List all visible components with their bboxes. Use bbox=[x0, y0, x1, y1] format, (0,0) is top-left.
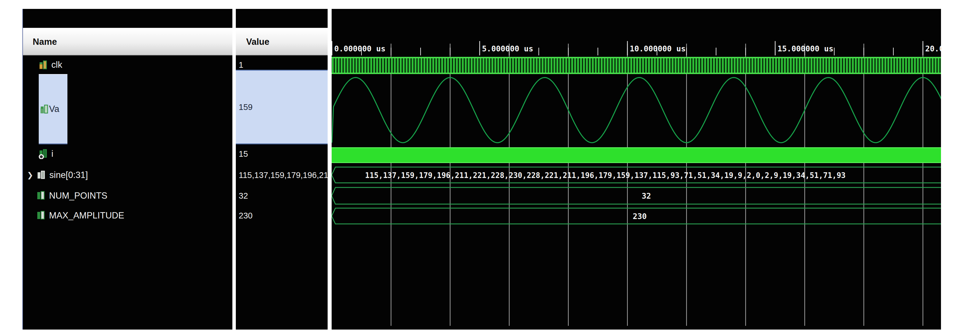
time-label: 5.000000 us bbox=[482, 44, 533, 53]
i-waveform bbox=[332, 147, 941, 163]
signal-row-num-points[interactable]: NUM_POINTS bbox=[23, 188, 232, 204]
signal-value: 15 bbox=[239, 149, 248, 159]
signal-name-panel: Name clk bbox=[23, 9, 232, 330]
signal-name-label: clk bbox=[51, 60, 62, 70]
clk-waveform bbox=[332, 57, 941, 74]
signal-value: 159 bbox=[239, 102, 253, 112]
value-cell-i[interactable]: 15 bbox=[239, 145, 328, 162]
name-column-label: Name bbox=[33, 37, 57, 47]
signal-value: 230 bbox=[239, 211, 253, 220]
bus-max-amplitude: 230 bbox=[332, 208, 941, 224]
constant-signal-icon bbox=[37, 210, 46, 221]
bus-value-label: 32 bbox=[642, 191, 651, 201]
output-signal-icon bbox=[39, 149, 48, 159]
signal-name-label: i bbox=[51, 149, 53, 159]
waveform-viewer-page: Name clk bbox=[0, 0, 980, 333]
value-cell-va-selection[interactable]: 159 bbox=[236, 70, 328, 144]
signal-name-label: Va bbox=[49, 104, 59, 114]
value-cell-sine[interactable]: 115,137,159,179,196,21 bbox=[239, 167, 328, 183]
value-cell-va: 159 bbox=[239, 99, 328, 115]
signal-row-sine[interactable]: ❯ sine[0:31] bbox=[23, 167, 232, 183]
bus-value-label: 115,137,159,179,196,211,221,228,230,228,… bbox=[365, 171, 846, 180]
waveform-canvas[interactable]: 0.000000 us5.000000 us10.000000 us15.000… bbox=[332, 9, 941, 330]
signal-value: 115,137,159,179,196,21 bbox=[239, 170, 328, 180]
signal-row-i[interactable]: i bbox=[23, 145, 232, 162]
analog-signal-icon bbox=[40, 104, 49, 114]
clock-signal-icon bbox=[39, 60, 48, 70]
va-analog-waveform bbox=[332, 78, 941, 143]
value-cell-num-points[interactable]: 32 bbox=[239, 188, 328, 204]
signal-row-max-amplitude[interactable]: MAX_AMPLITUDE bbox=[23, 207, 232, 224]
simulation-waveform-window: Name clk bbox=[22, 9, 941, 330]
name-column-header[interactable]: Name bbox=[23, 28, 232, 56]
signal-value: 32 bbox=[239, 191, 248, 201]
value-column-header[interactable]: Value bbox=[236, 28, 328, 56]
waveform-svg: 0.000000 us5.000000 us10.000000 us15.000… bbox=[332, 9, 941, 330]
value-cell-max-amplitude[interactable]: 230 bbox=[239, 207, 328, 224]
signal-row-va-selection[interactable]: Va bbox=[39, 74, 67, 144]
bus-sine: 115,137,159,179,196,211,221,228,230,228,… bbox=[332, 167, 941, 183]
signal-name-label: NUM_POINTS bbox=[49, 191, 107, 201]
signal-value-panel: Value 1 159 15 115,137,159,179,196,21 32… bbox=[236, 9, 328, 330]
time-label: 0.000000 us bbox=[334, 44, 386, 53]
signal-value: 1 bbox=[239, 60, 243, 70]
bus-value-label: 230 bbox=[633, 212, 647, 221]
time-label: 15.000000 us bbox=[778, 44, 834, 53]
gridlines bbox=[391, 44, 923, 326]
signal-name-label: sine[0:31] bbox=[49, 170, 88, 180]
time-ruler: 0.000000 us5.000000 us10.000000 us15.000… bbox=[332, 41, 941, 56]
constant-signal-icon bbox=[37, 191, 46, 201]
bus-num-points: 32 bbox=[332, 188, 941, 204]
bus-signal-icon bbox=[37, 170, 46, 180]
time-label: 20.000000 us bbox=[925, 44, 941, 53]
expand-chevron-icon[interactable]: ❯ bbox=[27, 171, 37, 180]
signal-name-label: MAX_AMPLITUDE bbox=[49, 210, 124, 221]
signal-row-clk[interactable]: clk bbox=[23, 57, 232, 73]
time-label: 10.000000 us bbox=[630, 44, 686, 53]
value-column-label: Value bbox=[246, 37, 269, 47]
